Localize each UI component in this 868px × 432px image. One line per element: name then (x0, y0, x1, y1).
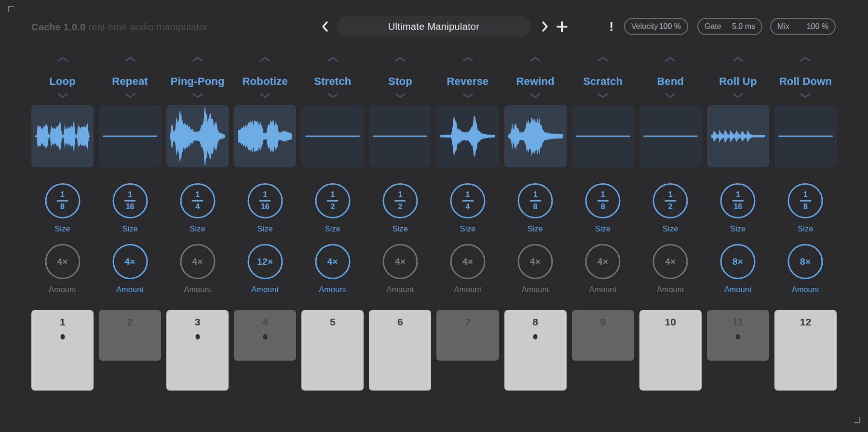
size-knob[interactable]: 1 16 (247, 183, 283, 218)
effect-next-chevron-down-icon[interactable] (234, 93, 296, 98)
effect-name[interactable]: Robotize (234, 73, 296, 90)
effect-name[interactable]: Reverse (436, 73, 499, 90)
trigger-pad-4[interactable]: 4 (234, 310, 296, 361)
effect-next-chevron-down-icon[interactable] (369, 93, 431, 98)
size-knob[interactable]: 1 2 (382, 183, 418, 218)
size-knob[interactable]: 1 2 (315, 183, 350, 218)
amount-knob[interactable]: 4× (315, 244, 350, 279)
effect-name[interactable]: Ping-Pong (166, 73, 229, 90)
waveform-display[interactable] (99, 105, 161, 167)
amount-knob[interactable]: 8× (720, 244, 756, 279)
amount-knob[interactable]: 4× (518, 244, 553, 279)
trigger-pad-1[interactable]: 1 (31, 310, 94, 391)
effect-prev-chevron-up-icon[interactable] (301, 56, 364, 62)
amount-knob[interactable]: 4× (653, 244, 688, 279)
trigger-pad-7[interactable]: 7 (436, 310, 499, 361)
trigger-pad-3[interactable]: 3 (166, 310, 229, 391)
amount-knob[interactable]: 4× (450, 244, 486, 279)
waveform-display[interactable] (369, 105, 431, 167)
waveform-display[interactable] (504, 105, 567, 167)
trigger-pad-10[interactable]: 10 (639, 310, 702, 391)
size-knob[interactable]: 1 8 (585, 183, 621, 218)
mix-control[interactable]: Mix 100 % (770, 18, 836, 35)
effect-name[interactable]: Roll Up (707, 73, 769, 90)
amount-knob[interactable]: 4× (382, 244, 418, 279)
effect-name[interactable]: Stretch (301, 73, 364, 90)
effect-next-chevron-down-icon[interactable] (707, 93, 769, 98)
preset-selector[interactable]: Ultimate Manipulator (336, 16, 531, 37)
effect-name[interactable]: Stop (369, 73, 431, 90)
effect-name[interactable]: Bend (639, 73, 702, 90)
amount-knob[interactable]: 4× (45, 244, 80, 279)
effect-next-chevron-down-icon[interactable] (166, 93, 229, 98)
preset-next-button[interactable] (539, 20, 551, 33)
effect-prev-chevron-up-icon[interactable] (99, 56, 161, 62)
effect-prev-chevron-up-icon[interactable] (774, 56, 837, 62)
waveform-display[interactable] (436, 105, 499, 167)
trigger-pad-9[interactable]: 9 (572, 310, 634, 361)
amount-knob[interactable]: 4× (112, 244, 148, 279)
effect-next-chevron-down-icon[interactable] (436, 93, 499, 98)
effect-column-robotize: Robotize 1 16 Size 12× Amount 4 (234, 53, 296, 391)
trigger-pad-5[interactable]: 5 (301, 310, 364, 391)
size-knob[interactable]: 1 8 (788, 183, 823, 218)
preset-prev-button[interactable] (318, 20, 331, 33)
size-knob[interactable]: 1 8 (518, 183, 553, 218)
waveform-display[interactable] (166, 105, 229, 167)
effect-name[interactable]: Rewind (504, 73, 567, 90)
effect-prev-chevron-up-icon[interactable] (572, 56, 634, 62)
size-knob[interactable]: 1 4 (450, 183, 486, 218)
preset-add-button[interactable] (556, 20, 568, 33)
waveform-graphic (234, 105, 296, 167)
effect-next-chevron-down-icon[interactable] (639, 93, 702, 98)
effect-next-chevron-down-icon[interactable] (774, 93, 837, 98)
effect-next-chevron-down-icon[interactable] (572, 93, 634, 98)
effect-prev-chevron-up-icon[interactable] (31, 56, 94, 62)
effect-next-chevron-down-icon[interactable] (31, 93, 94, 98)
amount-knob[interactable]: 4× (180, 244, 215, 279)
effect-name[interactable]: Scratch (572, 73, 634, 90)
trigger-pad-11[interactable]: 11 (707, 310, 769, 361)
effect-next-chevron-down-icon[interactable] (99, 93, 161, 98)
effect-prev-chevron-up-icon[interactable] (436, 56, 499, 62)
effect-prev-chevron-up-icon[interactable] (166, 56, 229, 62)
trigger-pad-2[interactable]: 2 (99, 310, 161, 361)
trigger-pad-12[interactable]: 12 (774, 310, 837, 391)
size-knob[interactable]: 1 4 (180, 183, 215, 218)
trigger-pad-8[interactable]: 8 (504, 310, 567, 391)
waveform-display[interactable] (301, 105, 364, 167)
size-knob[interactable]: 1 16 (720, 183, 756, 218)
amount-knob[interactable]: 4× (585, 244, 621, 279)
resize-corner-icon[interactable] (854, 417, 860, 423)
effect-prev-chevron-up-icon[interactable] (639, 56, 702, 62)
waveform-display[interactable] (572, 105, 634, 167)
size-knob[interactable]: 1 2 (653, 183, 688, 218)
effect-name[interactable]: Repeat (99, 73, 161, 90)
waveform-display[interactable] (707, 105, 769, 167)
amount-knob[interactable]: 8× (788, 244, 823, 279)
effect-prev-chevron-up-icon[interactable] (707, 56, 769, 62)
waveform-display[interactable] (639, 105, 702, 167)
waveform-display[interactable] (234, 105, 296, 167)
size-denominator: 8 (533, 203, 538, 211)
waveform-display[interactable] (774, 105, 837, 167)
size-knob[interactable]: 1 8 (45, 183, 80, 218)
amount-knob[interactable]: 12× (247, 244, 283, 279)
waveform-graphic (31, 105, 94, 167)
effect-prev-chevron-up-icon[interactable] (504, 56, 567, 62)
effect-next-chevron-down-icon[interactable] (301, 93, 364, 98)
gate-control[interactable]: Gate 5.0 ms (697, 18, 762, 35)
effect-prev-chevron-up-icon[interactable] (369, 56, 431, 62)
effect-name[interactable]: Roll Down (774, 73, 837, 90)
size-label: Size (436, 225, 499, 233)
effect-name[interactable]: Loop (31, 73, 94, 90)
size-label: Size (31, 225, 94, 233)
effect-next-chevron-down-icon[interactable] (504, 93, 567, 98)
size-denominator: 2 (330, 203, 335, 211)
size-knob[interactable]: 1 16 (112, 183, 148, 218)
trigger-pad-6[interactable]: 6 (369, 310, 431, 391)
waveform-display[interactable] (31, 105, 94, 167)
effect-prev-chevron-up-icon[interactable] (234, 56, 296, 62)
velocity-control[interactable]: Velocity 100 % (624, 18, 688, 35)
alert-indicator[interactable]: ! (606, 20, 617, 33)
